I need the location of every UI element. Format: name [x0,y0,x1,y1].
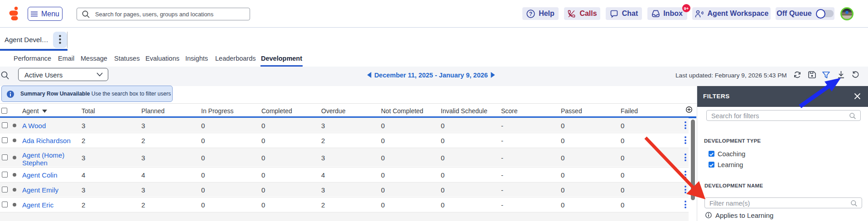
svg-text:?: ? [529,10,532,17]
